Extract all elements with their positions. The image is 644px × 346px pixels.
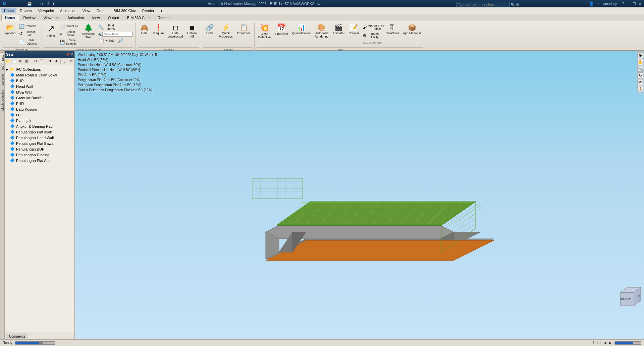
orbit-btn[interactable]: ↻ [637, 72, 643, 78]
qat-redo[interactable]: ↪ [39, 1, 44, 6]
look-btn[interactable]: 👁 [637, 79, 643, 85]
tab-output[interactable]: Output [104, 14, 123, 21]
sets-dropdown-button[interactable]: 📋 ▼Sets [98, 38, 116, 44]
tree-item-mse-wall[interactable]: 🔷 MSE Wall [5, 89, 74, 95]
menu-output[interactable]: Output [94, 8, 110, 13]
tree-item-phd[interactable]: 🔷 PHD [5, 101, 74, 106]
zoom-btn[interactable]: 🔍 [637, 66, 643, 72]
username[interactable]: muhamadsay... [597, 2, 620, 6]
tree-item-pen-plat-atas[interactable]: 🔷 Penulangan Plat Atas [5, 158, 74, 163]
sets-float-btn[interactable]: 📌 [66, 53, 70, 56]
menu-bim360[interactable]: BIM 360 Glue [111, 8, 139, 13]
appearance-profiler-button[interactable]: 🖌 Appearance Profiler [361, 23, 383, 31]
tree-item-main-road[interactable]: 🔷 Main Road & Jalan Lokal [5, 72, 74, 78]
tree-item-pen-plat-injak[interactable]: 🔷 Penulangan Plat Injak [5, 129, 74, 135]
tab-home[interactable]: Home [1, 14, 19, 21]
tree-item-angkur[interactable]: 🔷 Angkur & Bearing Pad [5, 123, 74, 129]
require-button[interactable]: ❗ Require [152, 23, 166, 43]
sets-copy-btn[interactable]: 📋 [39, 58, 45, 64]
qat-undo[interactable]: ↩ [33, 1, 38, 6]
sets-cut-btn[interactable]: ✂ [33, 58, 38, 64]
tree-item-lc[interactable]: 🔷 LC [5, 112, 74, 118]
zoom-extent-btn[interactable]: ⊕ [637, 52, 643, 58]
close-btn[interactable]: ✕ [639, 2, 641, 6]
sets-edit-btn[interactable]: ✏ [18, 58, 23, 64]
sets-options-btn[interactable]: ⚙ [68, 58, 74, 64]
tree-item-pen-bup[interactable]: 🔷 Penulangan BUP [5, 146, 74, 152]
search-options-btn[interactable]: 🔎 [116, 38, 124, 44]
global-search-input[interactable] [456, 2, 510, 7]
animator-button[interactable]: 🎬 Animator [331, 23, 346, 43]
quick-properties-button[interactable]: ⚡ QuickProperties [217, 23, 234, 43]
menu-home[interactable]: Home [1, 8, 16, 13]
tree-item-ifc-collections[interactable]: ▶ 📁 IFC Collections [5, 66, 74, 72]
app-manager-button[interactable]: 📦 App Manager [401, 23, 423, 43]
minimize-btn[interactable]: — [627, 2, 630, 6]
quick-find-input[interactable] [102, 32, 132, 37]
tree-item-bup[interactable]: 🔷 BUP [5, 78, 74, 83]
tab-animation[interactable]: Animation [64, 14, 88, 21]
comments-tab[interactable]: Comments [6, 334, 28, 339]
qat-arrow[interactable]: ▶ [51, 1, 56, 6]
tree-item-batu-kosong[interactable]: 🔷 Batu Kosong [5, 106, 74, 112]
walk-btn[interactable]: 🚶 [637, 86, 643, 92]
menu-view[interactable]: View [80, 8, 93, 13]
search-options-icon[interactable]: ⚙ [516, 3, 519, 7]
restore-btn[interactable]: ❐ [633, 2, 636, 6]
hide-button[interactable]: 🙈 Hide [138, 23, 151, 43]
selection-tree-button[interactable]: 🌲 SelectionTree [80, 23, 96, 45]
qat-save[interactable]: 💾 [27, 1, 32, 6]
sets-up-btn[interactable]: ⬆ [47, 58, 53, 64]
autodesk-rendering-button[interactable]: 🎨 AutodeskRendering [313, 23, 330, 43]
menu-review[interactable]: Review [17, 8, 35, 13]
clash-detective-button[interactable]: 💥 ClashDetective [257, 23, 273, 43]
left-tab-clash-detective[interactable]: Clash Detective [0, 88, 4, 113]
unhide-all-button[interactable]: ◼ UnhideAll [185, 23, 199, 43]
compare-button[interactable]: ⟺ Compare [361, 40, 383, 46]
select-all-button[interactable]: ⬜ Select All [58, 23, 80, 29]
3d-model[interactable] [225, 131, 494, 273]
help-icon[interactable]: ? [622, 2, 624, 6]
sets-add-item-btn[interactable]: 📄 [12, 58, 17, 64]
tab-bim360[interactable]: BIM 360 Glue [123, 14, 153, 21]
menu-render[interactable]: Render [140, 8, 157, 13]
sets-down-btn[interactable]: ⬇ [54, 58, 59, 64]
tree-item-head-wall[interactable]: 🔷 Head Wall [5, 83, 74, 89]
next-page-btn[interactable]: ▶ [609, 341, 612, 345]
sets-close-btn[interactable]: ✕ [70, 53, 73, 56]
sets-sort-btn[interactable]: ↕ [62, 58, 68, 64]
nav-cube[interactable]: FRONT RIGHT [614, 286, 641, 312]
save-selection-button[interactable]: 💾 Save Selection [58, 38, 80, 46]
timeliner-button[interactable]: 📅 TimeLiner [273, 23, 290, 43]
select-button[interactable]: ↗ Select [44, 23, 57, 45]
tab-render[interactable]: Render [154, 14, 173, 21]
comments-bar[interactable]: Comments [5, 333, 74, 339]
viewport[interactable]: Wednesday 2:08:52 AM 10/19/2022 Day=32 W… [75, 51, 644, 339]
file-options-button[interactable]: 📄 File Options [18, 38, 40, 46]
prev-page-btn[interactable]: ◀ [604, 341, 606, 345]
left-tab-selection-tree[interactable]: Selection Tree [0, 63, 4, 88]
tree-item-plat-injak[interactable]: 🔷 Plat Injak [5, 118, 74, 123]
sets-delete-btn[interactable]: 🗑 [24, 58, 30, 64]
tree-item-pen-plat-bawah[interactable]: 🔷 Penulangan Plat Bawah [5, 140, 74, 146]
menu-more[interactable]: ● [158, 8, 165, 13]
reset-all-button[interactable]: ↺ Reset All... [18, 30, 40, 38]
hide-unselected-button[interactable]: ◻ HideUnselected [166, 23, 185, 43]
tab-viewpoint[interactable]: Viewpoint [40, 14, 63, 21]
refresh-button[interactable]: 🔄 Refresh [18, 23, 40, 29]
tab-view[interactable]: View [88, 14, 104, 21]
tree-item-pen-dinding[interactable]: 🔷 Penulangan Dinding [5, 152, 74, 158]
datatools-button[interactable]: 🗄 DataTools [384, 23, 400, 43]
batch-utility-button[interactable]: ⚙ Batch Utility [361, 32, 383, 40]
properties-button[interactable]: 📋 Properties [235, 23, 252, 43]
sets-add-folder-btn[interactable]: 📁 [5, 58, 11, 64]
links-button[interactable]: 🔗 Links [203, 23, 217, 43]
tab-review[interactable]: Review [20, 14, 39, 21]
select-same-button[interactable]: ≡ Select Same [58, 30, 80, 38]
tree-item-granular-backfill[interactable]: 🔷 Granular Backfill [5, 95, 74, 101]
qat-print[interactable]: 🖨 [45, 1, 50, 6]
menu-animation[interactable]: Animation [57, 8, 79, 13]
find-items-button[interactable]: 🔍 Find Items [97, 23, 119, 31]
left-tab-sets[interactable]: Sets [0, 52, 4, 63]
tree-item-pen-head-wall[interactable]: 🔷 Penulangan Head Wall [5, 135, 74, 140]
